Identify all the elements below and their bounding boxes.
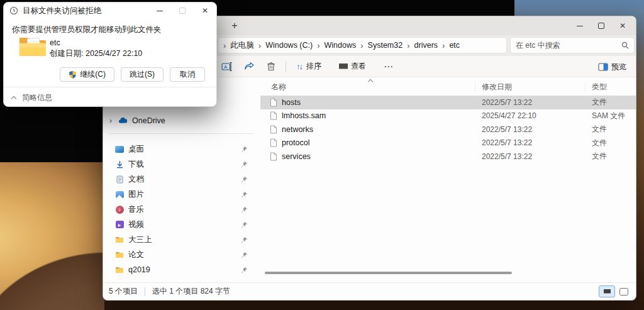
dialog-titlebar: 目标文件夹访问被拒绝 ✕ [4,3,216,19]
file-name: lmhosts.sam [282,111,326,120]
column-header-name[interactable]: 名称 [271,81,482,92]
view-lines-icon [339,64,348,69]
column-header-type[interactable]: 类型 [592,81,636,92]
pin-icon [241,161,248,168]
fewer-details-toggle[interactable]: 简略信息 [12,91,52,104]
search-box[interactable] [510,37,635,53]
sidebar-item-label: 音乐 [128,204,144,215]
breadcrumb-system32[interactable]: System32 [368,41,403,50]
sidebar-item-folder-2[interactable]: 论文 [103,247,260,263]
sidebar-item-videos[interactable]: ▶ 视频 [103,217,260,233]
file-row-lmhosts[interactable]: lmhosts.sam 2025/4/27 22:10 SAM 文件 [260,109,636,123]
sidebar-item-label: 桌面 [128,144,144,155]
file-row-services[interactable]: services 2022/5/7 13:22 文件 [260,150,636,163]
close-icon: ✕ [202,6,208,15]
file-date: 2025/4/27 22:10 [482,111,592,120]
breadcrumb[interactable]: › 此电脑 › Windows (C:) › Windows › System3… [218,37,507,53]
clock-icon [9,6,18,15]
file-type: 文件 [592,124,636,135]
uac-shield-icon [69,70,77,79]
new-tab-button[interactable]: + [228,19,242,33]
sidebar-item-label: q2019 [128,265,150,274]
sidebar-item-pictures[interactable]: 图片 [103,187,260,202]
dialog-item-created-date: 创建日期: 2025/4/27 22:10 [50,48,142,59]
horizontal-scrollbar[interactable] [265,272,512,274]
breadcrumb-etc[interactable]: etc [449,41,460,50]
folder-icon [18,35,46,57]
pictures-icon [115,190,124,199]
sidebar-item-label: 视频 [128,219,144,230]
breadcrumb-windows[interactable]: Windows [325,41,357,50]
search-input[interactable] [516,41,621,50]
grid-view-toggle[interactable] [619,288,628,296]
sidebar-item-documents[interactable]: 文档 [103,172,260,187]
sidebar-item-downloads[interactable]: 下载 [103,157,260,172]
close-button[interactable]: ✕ [612,16,633,35]
access-denied-dialog: 目标文件夹访问被拒绝 ✕ 你需要提供管理员权限才能移动到此文件夹 etc 创建日… [3,2,217,107]
delete-button[interactable] [264,58,279,75]
continue-label: 继续(C) [80,69,106,80]
sidebar-item-label: 大三上 [128,235,152,245]
sidebar-item-label: 论文 [128,250,144,260]
file-name: services [282,152,311,161]
dialog-separator [4,87,216,87]
sidebar-item-folder-1[interactable]: 大三上 [103,232,260,248]
file-name: hosts [282,98,301,107]
file-icon [270,138,277,147]
file-row-hosts[interactable]: hosts 2022/5/7 13:22 文件 [260,96,636,109]
file-type: 文件 [592,151,636,162]
rename-icon: A [221,62,232,72]
pin-icon [241,252,248,258]
pin-icon [241,176,248,183]
fewer-details-label: 简略信息 [22,92,52,103]
sidebar-divider [109,133,254,134]
breadcrumb-this-pc[interactable]: 此电脑 [230,40,254,51]
dialog-minimize-button[interactable] [148,3,171,19]
sidebar-item-desktop[interactable]: 桌面 [103,141,260,157]
list-view-toggle[interactable] [599,285,615,297]
sidebar-item-music[interactable]: ♪ 音乐 [103,202,260,218]
dialog-buttons: 继续(C) 跳过(S) 取消 [60,67,205,82]
status-bar: 5 个项目 选中 1 个项目 824 字节 [103,282,636,300]
maximize-icon [598,23,604,29]
chevron-right-icon: › [258,42,261,50]
continue-button[interactable]: 继续(C) [60,67,114,82]
sort-button[interactable]: ↑↓ 排序 [293,58,325,75]
cancel-button[interactable]: 取消 [170,67,205,82]
dialog-close-button[interactable]: ✕ [194,3,216,19]
column-header-date[interactable]: 修改日期 [482,81,592,92]
pin-icon [241,206,248,213]
file-list-pane: 名称 修改日期 类型 hosts 2022/5/7 13:22 文件 lmhos… [260,77,636,282]
pin-icon [241,221,248,228]
sidebar-item-onedrive[interactable]: › OneDrive [103,113,260,128]
file-row-protocol[interactable]: protocol 2022/5/7 13:22 文件 [260,136,636,150]
pin-icon [241,267,248,274]
breadcrumb-drive-c[interactable]: Windows (C:) [265,41,313,50]
chevron-right-icon: › [223,42,226,50]
file-name: protocol [282,138,309,147]
breadcrumb-drivers[interactable]: drivers [414,41,438,50]
chevron-right-icon: › [317,42,319,50]
navigation-pane: › OneDrive 桌面 下载 [103,77,260,282]
dialog-message: 你需要提供管理员权限才能移动到此文件夹 [12,25,162,35]
window-controls: ✕ [569,16,633,35]
rename-button[interactable]: A [218,58,235,75]
more-options-button[interactable]: ⋯ [380,58,397,75]
skip-button[interactable]: 跳过(S) [121,67,164,82]
chevron-right-icon: › [407,42,409,50]
chevron-right-icon: › [360,42,363,50]
minimize-button[interactable] [569,16,591,35]
preview-button[interactable]: 预览 [595,58,630,75]
list-view-icon [604,289,611,294]
sidebar-item-folder-3[interactable]: q2019 [103,262,260,278]
file-row-networks[interactable]: networks 2022/5/7 13:22 文件 [260,123,636,136]
column-headers: 名称 修改日期 类型 [260,77,636,96]
view-label: 查看 [351,61,366,72]
dialog-item-name: etc [50,38,60,47]
view-button[interactable]: 查看 [336,58,369,75]
folder-icon [115,250,124,259]
pin-icon [241,191,248,198]
share-button[interactable] [241,58,258,75]
more-ellipsis-icon: ⋯ [384,61,394,72]
maximize-button[interactable] [591,16,612,35]
